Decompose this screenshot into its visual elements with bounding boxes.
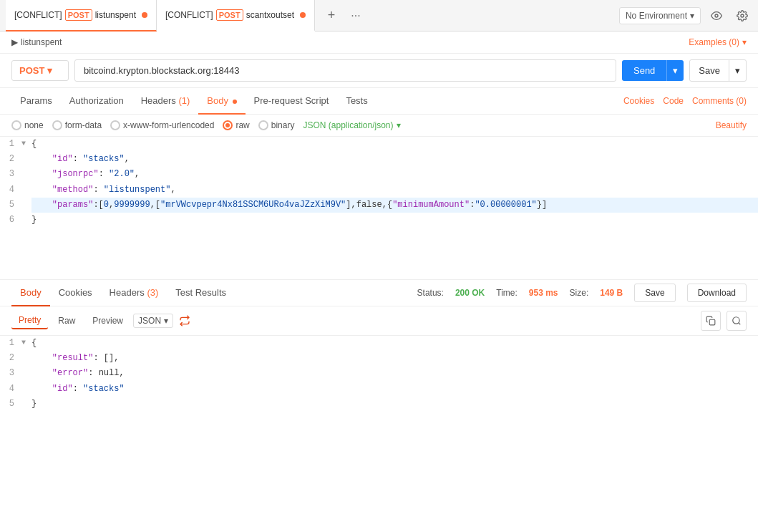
line-content-1: { — [31, 137, 758, 152]
radio-form-data — [52, 120, 62, 130]
comments-link[interactable]: Comments (0) — [692, 96, 747, 106]
breadcrumb-bar: ▶ listunspent Examples (0) ▾ — [0, 32, 758, 54]
code-link[interactable]: Code — [663, 96, 684, 106]
environment-select[interactable]: No Environment ▾ — [619, 7, 701, 24]
resp-tab-body[interactable]: Body — [11, 280, 50, 306]
svg-rect-2 — [709, 319, 715, 325]
resp-line-num-1: 1 — [0, 336, 21, 350]
line-toggle-1[interactable]: ▼ — [21, 137, 31, 150]
format-pretty[interactable]: Pretty — [11, 312, 48, 329]
format-preview[interactable]: Preview — [85, 313, 130, 329]
resp-line-content-2: "result": [], — [31, 351, 758, 366]
tab-headers[interactable]: Headers (1) — [132, 88, 199, 115]
option-none[interactable]: none — [11, 120, 44, 130]
save-dropdown-arrow[interactable]: ▾ — [729, 60, 746, 81]
option-raw[interactable]: raw — [223, 120, 249, 130]
option-binary[interactable]: binary — [258, 120, 295, 130]
response-tabs-bar: Body Cookies Headers (3) Test Results St… — [0, 280, 758, 306]
radio-urlencoded — [110, 120, 120, 130]
svg-point-0 — [715, 14, 718, 17]
tab-actions: + ··· — [315, 5, 372, 26]
response-body-editor: 1 ▼ { 2 "result": [], 3 "error": null, 4 — [0, 336, 758, 532]
request-body-editor[interactable]: 1 ▼ { 2 "id": "stacks", 3 "jsonrpc": "2.… — [0, 137, 758, 280]
tab-scantxoutset[interactable]: [CONFLICT] POST scantxoutset — [157, 0, 315, 32]
tab-body[interactable]: Body — [198, 88, 245, 115]
examples-link[interactable]: Examples (0) ▾ — [689, 37, 747, 47]
copy-icon[interactable] — [701, 311, 721, 331]
resp-line-toggle-1[interactable]: ▼ — [21, 336, 31, 349]
tab-params[interactable]: Params — [11, 88, 61, 115]
json-type-select[interactable]: JSON (application/json) ▾ — [303, 120, 400, 130]
send-dropdown-arrow[interactable]: ▾ — [666, 60, 684, 81]
tab-tests[interactable]: Tests — [337, 88, 376, 115]
resp-tab-headers[interactable]: Headers (3) — [101, 280, 167, 306]
resp-code-line-4: 4 "id": "stacks" — [0, 382, 758, 397]
option-raw-label: raw — [235, 120, 249, 130]
line-content-5: "params":[0,9999999,["mrVWcvpepr4Nx81SSC… — [31, 198, 758, 213]
resp-line-toggle-5 — [21, 397, 31, 398]
response-right-icons — [701, 311, 747, 331]
more-tabs-button[interactable]: ··· — [345, 5, 366, 26]
resp-line-toggle-4 — [21, 382, 31, 383]
tab-pre-request[interactable]: Pre-request Script — [246, 88, 338, 115]
conflict-label-1: [CONFLICT] — [14, 10, 62, 20]
chevron-down-icon: ▾ — [690, 11, 694, 21]
add-tab-button[interactable]: + — [321, 5, 342, 26]
option-none-label: none — [24, 120, 44, 130]
code-line-3: 3 "jsonrpc": "2.0", — [0, 167, 758, 182]
wrap-icon[interactable] — [176, 312, 193, 329]
code-line-4: 4 "method": "listunspent", — [0, 183, 758, 198]
eye-icon[interactable] — [706, 6, 727, 26]
resp-line-num-2: 2 — [0, 351, 21, 365]
settings-icon[interactable] — [732, 6, 752, 26]
line-num-4: 4 — [0, 183, 21, 197]
response-format-bar: Pretty Raw Preview JSON ▾ — [0, 306, 758, 336]
line-toggle-3 — [21, 167, 31, 168]
size-label: Size: — [570, 288, 589, 298]
option-form-data-label: form-data — [65, 120, 102, 130]
right-action-tabs: Cookies Code Comments (0) — [623, 96, 747, 106]
line-content-3: "jsonrpc": "2.0", — [31, 167, 758, 182]
resp-line-num-5: 5 — [0, 397, 21, 411]
download-button[interactable]: Download — [687, 284, 747, 302]
format-raw[interactable]: Raw — [51, 313, 82, 329]
svg-point-3 — [733, 317, 739, 324]
tab-authorization[interactable]: Authorization — [61, 88, 132, 115]
resp-code-line-3: 3 "error": null, — [0, 366, 758, 381]
resp-tab-cookies[interactable]: Cookies — [50, 280, 101, 306]
radio-raw — [223, 120, 233, 130]
cookies-link[interactable]: Cookies — [623, 96, 654, 106]
beautify-button[interactable]: Beautify — [716, 120, 747, 130]
conflict-label-2: [CONFLICT] — [165, 10, 213, 20]
option-form-data[interactable]: form-data — [52, 120, 102, 130]
line-toggle-4 — [21, 183, 31, 184]
line-num-1: 1 — [0, 137, 21, 151]
method-label: POST — [19, 65, 44, 76]
url-input[interactable] — [74, 59, 616, 82]
option-urlencoded[interactable]: x-www-form-urlencoded — [110, 120, 214, 130]
line-toggle-5 — [21, 198, 31, 199]
resp-code-content: 1 ▼ { 2 "result": [], 3 "error": null, 4 — [0, 336, 758, 412]
tab-listunspent[interactable]: [CONFLICT] POST listunspent — [6, 0, 157, 32]
resp-line-content-5: } — [31, 397, 758, 412]
response-json-select[interactable]: JSON ▾ — [133, 314, 173, 328]
save-button[interactable]: Save ▾ — [689, 59, 747, 82]
svg-point-1 — [741, 14, 744, 17]
body-dot — [233, 100, 237, 104]
resp-code-line-1: 1 ▼ { — [0, 336, 758, 351]
send-button[interactable]: Send ▾ — [622, 60, 684, 81]
json-select-label: JSON — [138, 316, 161, 326]
send-label: Send — [622, 60, 666, 81]
tab-bar: [CONFLICT] POST listunspent [CONFLICT] P… — [0, 0, 758, 32]
breadcrumb: ▶ listunspent — [11, 37, 62, 47]
method-badge-2: POST — [216, 9, 243, 21]
resp-tab-test-results[interactable]: Test Results — [167, 280, 235, 306]
resp-headers-badge: (3) — [147, 287, 158, 298]
resp-line-content-3: "error": null, — [31, 366, 758, 381]
json-type-label: JSON (application/json) — [303, 120, 393, 130]
search-icon[interactable] — [727, 311, 747, 331]
method-select[interactable]: POST ▾ — [11, 60, 69, 81]
response-save-button[interactable]: Save — [634, 284, 675, 302]
resp-line-toggle-2 — [21, 351, 31, 352]
chevron-right-icon: ▶ — [11, 37, 18, 47]
